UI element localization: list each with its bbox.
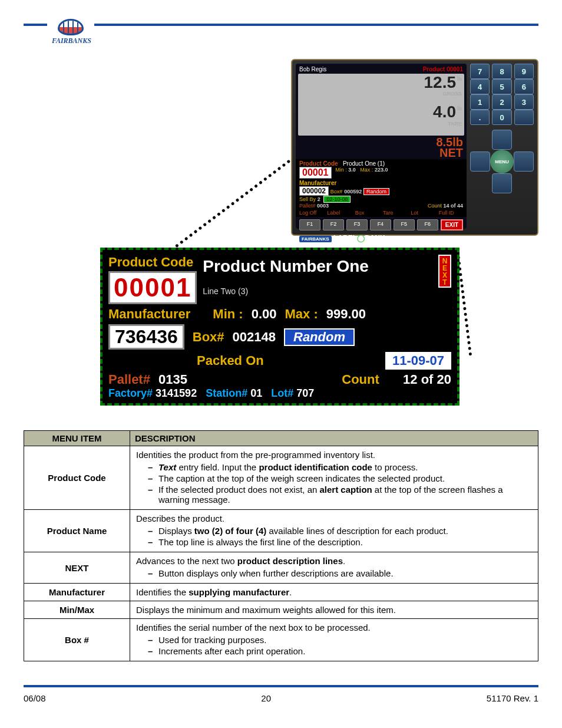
keypad-1[interactable]: 1 <box>470 94 490 110</box>
keypad-7[interactable]: 7 <box>470 64 490 79</box>
keypad-9[interactable]: 9 <box>514 64 534 79</box>
fk-labels: Log OffLabelBoxTareLotFull ID <box>299 210 463 216</box>
exit-button[interactable]: EXIT <box>441 219 463 230</box>
fairbanks-logo: FAIRBANKS <box>47 19 94 45</box>
fkey-F4[interactable]: F4 <box>370 219 391 230</box>
keypad-0[interactable]: 0 <box>492 110 511 125</box>
row-product-name: Product Name <box>24 510 130 552</box>
row-minmax: Min/Max <box>24 601 130 619</box>
dpad[interactable]: MENU <box>470 130 534 193</box>
fkey-F3[interactable]: F3 <box>346 219 368 230</box>
next-button[interactable]: NEXT <box>438 255 451 288</box>
row-next: NEXT <box>24 552 130 584</box>
description-table: MENU ITEMDESCRIPTION Product Code Identi… <box>24 430 538 661</box>
keypad-5[interactable]: 5 <box>492 79 511 94</box>
keypad-.[interactable]: . <box>470 110 490 125</box>
keypad-3[interactable]: 3 <box>514 94 534 110</box>
keypad-4[interactable]: 4 <box>470 79 490 94</box>
fkey-F5[interactable]: F5 <box>394 219 415 230</box>
row-product-code: Product Code <box>24 446 130 510</box>
row-manufacturer: Manufacturer <box>24 584 130 601</box>
keypad-2[interactable]: 2 <box>492 94 511 110</box>
product-name: Product Number One <box>203 257 432 276</box>
row-box: Box # <box>24 619 130 661</box>
product-code-box: 00001 <box>108 271 197 304</box>
fkey-F2[interactable]: F2 <box>323 219 344 230</box>
menu-button: MENU <box>490 150 514 173</box>
fkey-F1[interactable]: F1 <box>299 219 320 230</box>
fkey-F6[interactable]: F6 <box>417 219 438 230</box>
device-screenshot: Bob RegisProduct 00001 12.5lbGROSS 4.0lb… <box>291 59 538 236</box>
random-button[interactable]: Random <box>284 328 355 346</box>
keypad-6[interactable]: 6 <box>514 79 534 94</box>
manufacturer-box: 736436 <box>108 324 184 350</box>
keypad-8[interactable]: 8 <box>492 64 511 79</box>
keypad-[interactable] <box>514 110 534 125</box>
date-box: 11-09-07 <box>385 352 451 370</box>
page-footer: 06/08 20 51170 Rev. 1 <box>24 685 538 727</box>
zoom-panel: Product Code 00001 Product Number One Li… <box>100 248 459 406</box>
